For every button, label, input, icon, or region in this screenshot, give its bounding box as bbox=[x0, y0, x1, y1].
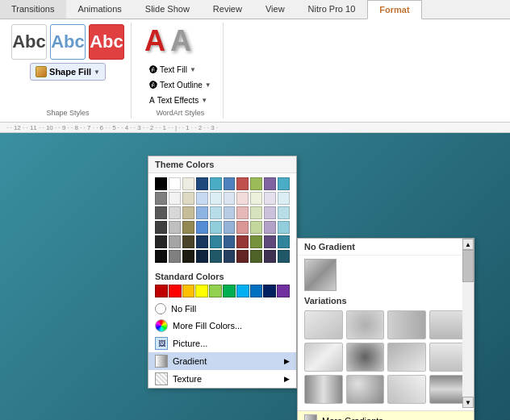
no-fill-label: No Fill bbox=[171, 304, 196, 314]
standard-color-row bbox=[148, 283, 296, 301]
text-fill-button[interactable]: 🅐 Text Fill ▼ bbox=[144, 63, 216, 77]
std-green[interactable] bbox=[223, 285, 236, 297]
wordart-a-shadow[interactable]: A bbox=[170, 24, 191, 58]
scroll-thumb[interactable] bbox=[462, 250, 474, 282]
ribbon-body: Abc Abc Abc Shape Fill ▼ Shape Styles A … bbox=[0, 19, 510, 122]
no-gradient-label: No Gradient bbox=[298, 239, 474, 256]
tab-slideshow[interactable]: Slide Show bbox=[134, 0, 202, 19]
color-tan[interactable] bbox=[182, 177, 194, 190]
gradient-tile-10[interactable] bbox=[346, 375, 385, 404]
theme-color-row-4 bbox=[155, 221, 290, 234]
shape-styles-gallery: Abc Abc Abc bbox=[11, 24, 124, 60]
no-gradient-preview[interactable] bbox=[304, 259, 337, 291]
shape-style-1[interactable]: Abc bbox=[11, 24, 47, 60]
gradient-tile-11[interactable] bbox=[387, 375, 426, 404]
theme-color-row-3 bbox=[155, 206, 290, 219]
std-purple[interactable] bbox=[277, 285, 290, 297]
tab-view[interactable]: View bbox=[254, 0, 297, 19]
no-fill-radio bbox=[155, 303, 166, 314]
gradient-tile-2[interactable] bbox=[346, 310, 385, 339]
more-fill-colors-label: More Fill Colors... bbox=[173, 321, 242, 331]
std-yellow[interactable] bbox=[195, 285, 208, 297]
shape-style-2[interactable]: Abc bbox=[50, 24, 86, 60]
std-darkblue[interactable] bbox=[263, 285, 276, 297]
scroll-track bbox=[462, 250, 474, 397]
text-outline-label: Text Outline bbox=[160, 81, 203, 89]
shape-fill-arrow: ▼ bbox=[94, 69, 100, 76]
color-purple[interactable] bbox=[264, 177, 276, 190]
texture-submenu-arrow: ▶ bbox=[284, 375, 290, 383]
theme-colors-header: Theme Colors bbox=[148, 156, 296, 173]
text-outline-button[interactable]: 🅐 Text Outline ▼ bbox=[144, 78, 216, 92]
texture-item[interactable]: Texture ▶ bbox=[148, 370, 296, 388]
picture-item[interactable]: 🖼 Picture... bbox=[148, 335, 296, 352]
tab-transitions[interactable]: Transitions bbox=[0, 0, 66, 19]
variations-label: Variations bbox=[298, 294, 474, 307]
gradient-tile-1[interactable] bbox=[304, 310, 343, 339]
gradient-tile-12[interactable] bbox=[429, 375, 468, 404]
text-effects-icon: A bbox=[149, 96, 155, 105]
color-darkblue[interactable] bbox=[196, 177, 208, 190]
more-fill-colors-item[interactable]: More Fill Colors... bbox=[148, 317, 296, 335]
tab-format[interactable]: Format bbox=[367, 0, 421, 19]
text-fill-icon: 🅐 bbox=[149, 65, 157, 74]
color-red[interactable] bbox=[236, 177, 249, 190]
scroll-up-button[interactable]: ▲ bbox=[462, 239, 474, 250]
scroll-down-button[interactable]: ▼ bbox=[462, 397, 474, 408]
gradient-tile-7[interactable] bbox=[387, 343, 426, 372]
shape-styles-label: Shape Styles bbox=[46, 107, 89, 117]
text-effects-arrow: ▼ bbox=[201, 97, 207, 104]
shape-style-3[interactable]: Abc bbox=[89, 24, 124, 60]
std-red[interactable] bbox=[169, 285, 182, 297]
more-gradients-icon bbox=[304, 414, 317, 420]
gradient-tile-3[interactable] bbox=[387, 310, 426, 339]
std-lightblue[interactable] bbox=[236, 285, 249, 297]
std-lightgreen[interactable] bbox=[209, 285, 222, 297]
gradient-submenu-arrow: ▶ bbox=[284, 357, 290, 365]
color-blue2[interactable] bbox=[224, 177, 236, 190]
tab-nitro[interactable]: Nitro Pro 10 bbox=[297, 0, 368, 19]
gradient-icon bbox=[155, 355, 168, 368]
text-fill-label: Text Fill bbox=[160, 65, 187, 74]
wordart-styles-group: A A 🅐 Text Fill ▼ 🅐 Text Outline ▼ A Tex… bbox=[138, 23, 224, 119]
std-orange[interactable] bbox=[182, 285, 195, 297]
color-black[interactable] bbox=[155, 177, 167, 190]
more-gradients-item[interactable]: More Gradients... bbox=[298, 410, 474, 420]
gradient-tile-8[interactable] bbox=[429, 343, 468, 372]
tab-animations[interactable]: Animations bbox=[66, 0, 133, 19]
text-effects-label: Text Effects bbox=[157, 96, 199, 105]
wordart-buttons: A A 🅐 Text Fill ▼ 🅐 Text Outline ▼ A Tex… bbox=[144, 24, 216, 107]
standard-colors-label: Standard Colors bbox=[148, 268, 296, 283]
tab-review[interactable]: Review bbox=[202, 0, 254, 19]
color-teal[interactable] bbox=[278, 177, 290, 190]
theme-color-row-6 bbox=[155, 250, 290, 263]
color-green[interactable] bbox=[250, 177, 262, 190]
gradient-item[interactable]: Gradient ▶ bbox=[148, 352, 296, 370]
gradient-tile-4[interactable] bbox=[429, 310, 468, 339]
texture-icon bbox=[155, 372, 168, 385]
gradient-scrollbar: ▲ ▼ bbox=[462, 239, 474, 408]
text-outline-icon: 🅐 bbox=[149, 81, 157, 89]
wordart-a-red[interactable]: A bbox=[144, 24, 165, 58]
shape-fill-button[interactable]: Shape Fill ▼ bbox=[30, 63, 106, 81]
gradient-tile-6[interactable] bbox=[346, 343, 385, 372]
wordart-label: WordArt Styles bbox=[156, 107, 204, 117]
std-blue[interactable] bbox=[250, 285, 263, 297]
gradient-tile-9[interactable] bbox=[304, 375, 343, 404]
color-white[interactable] bbox=[169, 177, 181, 190]
theme-color-row-1 bbox=[155, 177, 290, 190]
gradient-variations-grid bbox=[298, 307, 474, 410]
theme-color-row-5 bbox=[155, 235, 290, 248]
gradient-tile-5[interactable] bbox=[304, 343, 343, 372]
gradient-label: Gradient bbox=[173, 356, 207, 366]
color-blue1[interactable] bbox=[210, 177, 222, 190]
shape-fill-icon bbox=[36, 66, 47, 77]
picture-label: Picture... bbox=[173, 339, 207, 348]
text-effects-button[interactable]: A Text Effects ▼ bbox=[144, 94, 216, 107]
gradient-preview-area bbox=[298, 256, 474, 294]
more-gradients-label: More Gradients... bbox=[322, 416, 391, 420]
theme-color-grid bbox=[148, 173, 296, 268]
shape-fill-dropdown: Theme Colors bbox=[148, 156, 297, 389]
no-fill-item[interactable]: No Fill bbox=[148, 301, 296, 317]
std-darkred[interactable] bbox=[155, 285, 168, 297]
